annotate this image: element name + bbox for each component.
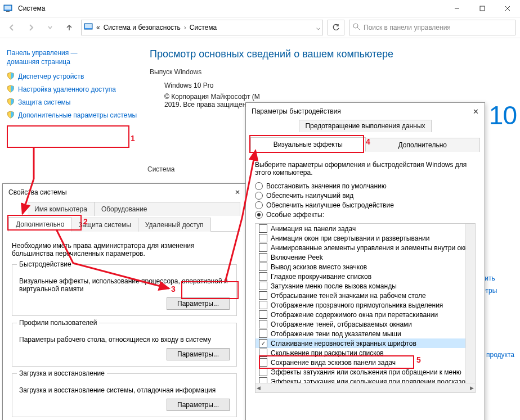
tab-dep[interactable]: Предотвращение выполнения данных — [299, 120, 431, 132]
shield-icon — [7, 72, 15, 82]
tab-hardware[interactable]: Оборудование — [95, 202, 240, 216]
titlebar: Система — [0, 0, 520, 17]
svg-rect-4 — [480, 6, 485, 11]
checkbox-icon — [259, 301, 267, 309]
perfopts-title: Параметры быстродействия — [252, 107, 341, 115]
checkbox-icon — [259, 272, 267, 281]
effect-checkbox-row[interactable]: Отбрасывание теней значками на рабочем с… — [255, 291, 466, 300]
effect-checkbox-row[interactable]: Отображение прозрачного прямоугольника в… — [255, 300, 466, 310]
breadcrumb-1[interactable]: Система и безопасность — [104, 24, 181, 31]
sidebar-item-remote-settings[interactable]: Настройка удаленного доступа — [7, 85, 137, 94]
nav-forward-button[interactable] — [24, 20, 38, 35]
effect-checkbox-row[interactable]: Анимированные элементы управления и элем… — [255, 243, 466, 252]
checkbox-icon — [259, 320, 267, 328]
effect-checkbox-row[interactable]: Анимация на панели задач — [255, 224, 466, 233]
nav-row: « Система и безопасность › Система ⌵ Пои… — [0, 17, 520, 38]
tab-visual-effects[interactable]: Визуальные эффекты — [250, 137, 366, 152]
shield-icon — [7, 85, 15, 94]
profiles-settings-button[interactable]: Параметры... — [167, 348, 230, 360]
control-panel-window: Система « Система и безопасность › Систе… — [0, 0, 520, 420]
checkbox-icon — [259, 368, 267, 376]
system-section-label: Система — [145, 165, 177, 173]
svg-line-10 — [357, 28, 360, 30]
radio-dot-icon — [255, 192, 263, 200]
refresh-button[interactable] — [328, 20, 344, 35]
checkbox-icon — [259, 263, 267, 271]
close-button[interactable] — [495, 0, 520, 17]
sidebar: Панель управления — домашняя страница Ди… — [0, 38, 144, 133]
radio-option-2[interactable]: Обеспечить наилучшее быстродействие — [255, 201, 476, 209]
effect-checkbox-row[interactable]: Анимация окон при свертывании и разверты… — [255, 233, 466, 243]
tab-remote[interactable]: Удаленный доступ — [138, 218, 211, 232]
radio-option-3[interactable]: Особые эффекты: — [255, 211, 476, 219]
radio-option-0[interactable]: Восстановить значения по умолчанию — [255, 182, 476, 190]
effects-checklist: Анимация на панели задачАнимация окон пр… — [255, 223, 476, 393]
checkbox-icon — [259, 358, 267, 367]
effect-checkbox-row[interactable]: Эффекты затухания или скольжения при обр… — [255, 367, 466, 377]
breadcrumb-2[interactable]: Система — [190, 24, 217, 31]
sidebar-item-device-manager[interactable]: Диспетчер устройств — [7, 72, 137, 82]
address-dropdown-icon[interactable]: ⌵ — [316, 24, 320, 31]
tab-computer-name[interactable]: Имя компьютера — [28, 202, 95, 216]
group-profiles: Профили пользователей Параметры рабочего… — [12, 323, 237, 367]
sidebar-item-system-protection[interactable]: Защита системы — [7, 98, 137, 107]
effect-checkbox-row[interactable]: Сохранение вида эскизов панели задач — [255, 358, 466, 367]
sysprops-close-button[interactable]: ✕ — [235, 188, 240, 196]
edition-label: Выпуск Windows — [150, 68, 508, 76]
perfopts-close-button[interactable]: ✕ — [473, 107, 479, 116]
svg-rect-2 — [6, 11, 10, 12]
tab-advanced[interactable]: Дополнительно — [8, 217, 71, 232]
checkbox-icon — [259, 349, 267, 357]
nav-recent-button[interactable] — [43, 20, 57, 35]
perf-desc: Визуальные эффекты, использование процес… — [19, 277, 230, 293]
effect-checkbox-row[interactable]: Затухание меню после вызова команды — [255, 281, 466, 291]
profiles-desc: Параметры рабочего стола, относящиеся ко… — [19, 336, 230, 344]
startup-settings-button[interactable]: Параметры... — [167, 399, 230, 411]
checkbox-icon — [259, 243, 267, 252]
edition-value: Windows 10 Pro — [164, 82, 508, 89]
effect-checkbox-row[interactable]: Гладкое прокручивание списков — [255, 272, 466, 281]
svg-rect-1 — [5, 6, 11, 10]
svg-point-9 — [353, 24, 358, 28]
search-input[interactable]: Поиск в панели управления — [349, 20, 515, 35]
control-panel-home-link[interactable]: Панель управления — домашняя страница — [7, 48, 137, 66]
effect-checkbox-row[interactable]: Скольжение при раскрытии списков — [255, 348, 466, 358]
effect-checkbox-row[interactable]: Отображение теней, отбрасываемых окнами — [255, 319, 466, 329]
nav-up-button[interactable] — [62, 20, 77, 35]
svg-rect-8 — [85, 24, 92, 28]
sidebar-item-advanced-system-settings[interactable]: Дополнительные параметры системы — [7, 111, 137, 120]
effect-checkbox-row[interactable]: Вывод эскизов вместо значков — [255, 262, 466, 272]
maximize-button[interactable] — [469, 0, 495, 17]
sysprops-title: Свойства системы — [8, 188, 67, 196]
effect-checkbox-row[interactable]: ✓Сглаживание неровностей экранных шрифто… — [255, 338, 466, 348]
page-heading: Просмотр основных сведений о вашем компь… — [150, 48, 508, 60]
shield-icon — [7, 111, 15, 120]
nav-back-button[interactable] — [5, 20, 19, 35]
tab-system-protection[interactable]: Защита системы — [71, 218, 138, 232]
admin-note: Необходимо иметь права администратора дл… — [12, 242, 237, 258]
vertical-scrollbar[interactable] — [465, 224, 475, 383]
radio-dot-icon — [255, 201, 263, 209]
system-icon — [84, 22, 93, 33]
perf-settings-button[interactable]: Параметры... — [167, 297, 230, 310]
group-profiles-title: Профили пользователей — [17, 319, 99, 327]
system-properties-dialog: Свойства системы ✕ Имя компьютера Оборуд… — [2, 183, 246, 420]
tab-advanced-perf[interactable]: Дополнительно — [366, 138, 481, 152]
address-bar[interactable]: « Система и безопасность › Система ⌵ — [81, 20, 323, 35]
sysprops-tabs-row2: Дополнительно Защита системы Удаленный д… — [3, 215, 246, 231]
checkbox-icon — [259, 253, 267, 261]
effect-checkbox-row[interactable]: Включение Peek — [255, 252, 466, 262]
radio-option-1[interactable]: Обеспечить наилучший вид — [255, 192, 476, 200]
perfopts-titlebar: Параметры быстродействия ✕ — [246, 103, 485, 120]
breadcrumb-prefix[interactable]: « — [96, 24, 100, 31]
radio-dot-icon — [255, 182, 263, 190]
annotation-marker-1: 1 — [131, 134, 135, 143]
chevron-right-icon: › — [184, 24, 186, 31]
perfopts-content: Выберите параметры оформления и быстроде… — [246, 152, 485, 399]
effect-checkbox-row[interactable]: Отображение тени под указателем мыши — [255, 329, 466, 338]
shield-icon — [7, 98, 15, 107]
minimize-button[interactable] — [444, 0, 469, 17]
effect-checkbox-row[interactable]: Отображение содержимого окна при перетас… — [255, 310, 466, 319]
horizontal-scrollbar[interactable]: ◀▶ — [255, 383, 475, 392]
checkbox-icon — [259, 329, 267, 338]
